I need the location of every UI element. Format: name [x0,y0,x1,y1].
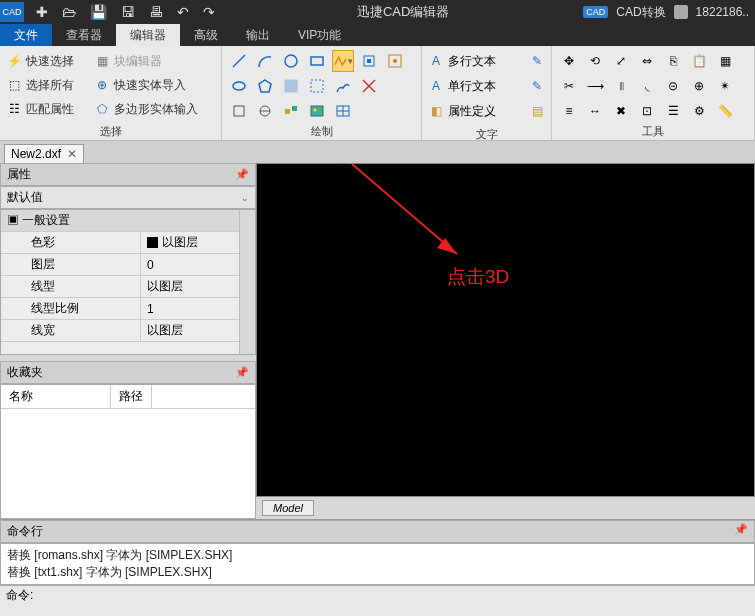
match-props-icon[interactable]: ☷ [6,101,22,117]
group-tool-icon[interactable]: ⊡ [636,100,658,122]
pin-icon[interactable]: 📌 [235,366,249,379]
text-edit-icon[interactable]: ✎ [529,53,545,69]
general-section[interactable]: ▣ 一般设置 [1,210,239,232]
command-input-row[interactable]: 命令: [0,585,755,604]
menu-viewer[interactable]: 查看器 [52,24,116,46]
attr-def-icon[interactable]: ◧ [428,103,444,119]
rotate-tool-icon[interactable]: ⟲ [584,50,606,72]
arc-tool-icon[interactable] [254,50,276,72]
cloud-tool-icon[interactable] [332,75,354,97]
select-all-button[interactable]: 选择所有 [26,77,74,94]
polyline-tool-icon[interactable]: ▾ [332,50,354,72]
file-tab[interactable]: New2.dxf ✕ [4,144,84,163]
new-icon[interactable]: ✚ [36,4,48,20]
prop-val-layer[interactable]: 0 [141,254,239,275]
cad-convert-link[interactable]: CAD转换 [616,4,665,21]
dim-tool-icon[interactable] [384,50,406,72]
ribbon-group-tools: ✥ ⟲ ⤢ ⇔ ⎘ 📋 ▦ ✂ ⟶ ⫴ ◟ ⊝ ⊕ ✴ ≡ ↔ ✖ ⊡ [552,46,755,140]
quick-select-icon[interactable]: ⚡ [6,53,22,69]
text-style-icon[interactable]: ✎ [529,78,545,94]
align-tool-icon[interactable]: ≡ [558,100,580,122]
workspace: 属性 📌 默认值 ⌄ ▣ 一般设置 色彩以图层 图层0 线型以图层 线型比例1 … [0,163,755,519]
quick-import-icon[interactable]: ⊕ [94,77,110,93]
mtext-icon[interactable]: A [428,53,444,69]
prop-val-ltype[interactable]: 以图层 [141,276,239,297]
quick-select-button[interactable]: 快速选择 [26,53,74,70]
menu-file[interactable]: 文件 [0,24,52,46]
paste-tool-icon[interactable]: 📋 [688,50,710,72]
svg-line-0 [233,55,245,67]
props-tool-icon[interactable]: ⚙ [688,100,710,122]
copy-tool-icon[interactable]: ⎘ [662,50,684,72]
properties-scrollbar[interactable] [239,210,255,354]
rect-tool-icon[interactable] [306,50,328,72]
extend-tool-icon[interactable]: ⟶ [584,75,606,97]
stext-button[interactable]: 单行文本 [448,78,496,95]
command-panel: 命令行 📌 替换 [romans.shx] 字体为 [SIMPLEX.SHX] … [0,519,755,604]
join-tool-icon[interactable]: ⊕ [688,75,710,97]
scale-tool-icon[interactable]: ⤢ [610,50,632,72]
fav-col-name[interactable]: 名称 [1,385,111,408]
menu-vip[interactable]: VIP功能 [284,24,355,46]
title-right: CAD CAD转换 1822186.. [583,4,755,21]
stretch-tool-icon[interactable]: ↔ [584,100,606,122]
save-icon[interactable]: 💾 [90,4,107,20]
offset-tool-icon[interactable]: ⫴ [610,75,632,97]
undo-icon[interactable]: ↶ [177,4,189,20]
region-tool-icon[interactable] [358,75,380,97]
ellipse-tool-icon[interactable] [228,75,250,97]
command-history[interactable]: 替换 [romans.shx] 字体为 [SIMPLEX.SHX] 替换 [tx… [0,543,755,585]
svg-line-23 [352,164,457,254]
explode-tool-icon[interactable]: ✴ [714,75,736,97]
tool-3a-icon[interactable] [228,100,250,122]
quick-import-button[interactable]: 快速实体导入 [114,77,186,94]
pin-icon[interactable]: 📌 [235,168,249,181]
left-panels: 属性 📌 默认值 ⌄ ▣ 一般设置 色彩以图层 图层0 线型以图层 线型比例1 … [0,163,256,519]
line-tool-icon[interactable] [228,50,250,72]
trim-tool-icon[interactable]: ✂ [558,75,580,97]
fav-col-path[interactable]: 路径 [111,385,152,408]
fillet-tool-icon[interactable]: ◟ [636,75,658,97]
attr-def-button[interactable]: 属性定义 [448,103,496,120]
menu-advanced[interactable]: 高级 [180,24,232,46]
tool-3b-icon[interactable] [254,100,276,122]
move-tool-icon[interactable]: ✥ [558,50,580,72]
mirror-tool-icon[interactable]: ⇔ [636,50,658,72]
table-tool-icon[interactable] [332,100,354,122]
select-all-icon[interactable]: ⬚ [6,77,22,93]
circle-tool-icon[interactable] [280,50,302,72]
image-tool-icon[interactable] [306,100,328,122]
measure-tool-icon[interactable]: 📏 [714,100,736,122]
properties-panel-header: 属性 📌 [0,163,256,186]
open-icon[interactable]: 🗁 [62,4,76,20]
polygon-tool-icon[interactable] [254,75,276,97]
layer-tool-icon[interactable]: ☰ [662,100,684,122]
break-tool-icon[interactable]: ⊝ [662,75,684,97]
delete-tool-icon[interactable]: ✖ [610,100,632,122]
prop-val-color[interactable]: 以图层 [141,232,239,253]
mtext-button[interactable]: 多行文本 [448,53,496,70]
close-tab-icon[interactable]: ✕ [67,147,77,161]
attr-edit-icon[interactable]: ▤ [529,103,545,119]
print-icon[interactable]: 🖶 [149,4,163,20]
quick-access-toolbar: ✚ 🗁 💾 🖫 🖶 ↶ ↷ [28,4,223,20]
redo-icon[interactable]: ↷ [203,4,215,20]
saveas-icon[interactable]: 🖫 [121,4,135,20]
menu-editor[interactable]: 编辑器 [116,24,180,46]
prop-val-lweight[interactable]: 以图层 [141,320,239,341]
properties-default-row[interactable]: 默认值 ⌄ [0,186,256,209]
stext-icon[interactable]: A [428,78,444,94]
user-icon[interactable] [674,5,688,19]
match-props-button[interactable]: 匹配属性 [26,101,74,118]
drawing-canvas[interactable]: 点击3D [256,163,755,497]
hatch-tool-icon[interactable] [280,75,302,97]
tool-3c-icon[interactable] [280,100,302,122]
array-tool-icon[interactable]: ▦ [714,50,736,72]
spline-tool-icon[interactable] [358,50,380,72]
point-tool-icon[interactable] [306,75,328,97]
menu-output[interactable]: 输出 [232,24,284,46]
poly-import-icon[interactable]: ⬠ [94,101,110,117]
pin-icon[interactable]: 📌 [734,523,748,540]
prop-val-lscale[interactable]: 1 [141,298,239,319]
poly-import-button[interactable]: 多边形实体输入 [114,101,198,118]
